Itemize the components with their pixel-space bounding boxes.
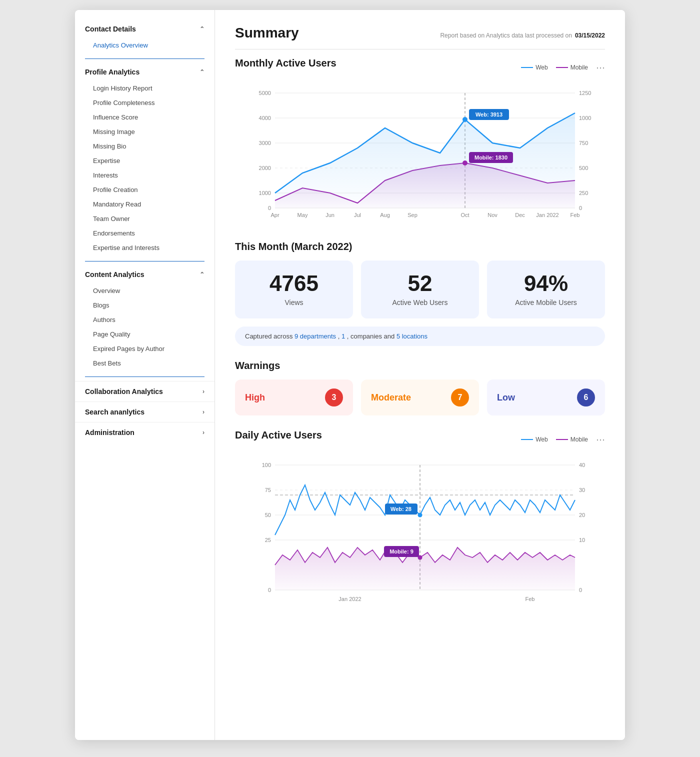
svg-text:3000: 3000 xyxy=(259,140,271,146)
sidebar-section-header-contact-details[interactable]: Contact Details ⌃ xyxy=(75,20,214,38)
svg-text:2000: 2000 xyxy=(259,165,271,171)
sidebar-item-page-quality[interactable]: Page Quality xyxy=(75,327,214,342)
sidebar-section-header-profile[interactable]: Profile Analytics ⌃ xyxy=(75,63,214,81)
svg-text:20: 20 xyxy=(579,512,585,518)
svg-text:Jun: Jun xyxy=(326,212,334,218)
svg-text:Sep: Sep xyxy=(408,212,418,218)
sidebar: Contact Details ⌃ Analytics Overview Pro… xyxy=(75,10,215,740)
this-month-title: This Month (March 2022) xyxy=(235,241,605,252)
captured-locations-link[interactable]: 5 locations xyxy=(396,332,428,340)
sidebar-section-header-content[interactable]: Content Analytics ⌃ xyxy=(75,266,214,284)
web-line-icon xyxy=(521,67,533,68)
legend-mobile: Mobile xyxy=(556,64,588,71)
svg-text:Nov: Nov xyxy=(488,212,498,218)
svg-text:Oct: Oct xyxy=(460,212,469,218)
sidebar-section-label: Administration xyxy=(85,428,134,436)
daily-chart-title: Daily Active Users xyxy=(235,430,322,441)
sidebar-item-best-bets[interactable]: Best Bets xyxy=(75,356,214,370)
monthly-chart-header: Monthly Active Users Web Mobile ⋯ xyxy=(235,58,605,77)
captured-sep1: , xyxy=(338,332,340,340)
chart-more-icon[interactable]: ⋯ xyxy=(596,62,605,73)
warning-label-low: Low xyxy=(497,392,515,403)
captured-departments-link[interactable]: 9 departments xyxy=(294,332,336,340)
svg-point-20 xyxy=(462,160,468,166)
this-month-section: This Month (March 2022) 4765 Views 52 Ac… xyxy=(235,241,605,346)
chart-more-icon[interactable]: ⋯ xyxy=(596,434,605,445)
sidebar-item-overview[interactable]: Overview xyxy=(75,284,214,298)
sidebar-item-endorsements[interactable]: Endorsements xyxy=(75,226,214,240)
sidebar-section-administration[interactable]: Administration › xyxy=(75,422,214,442)
warning-card-high[interactable]: High 3 xyxy=(235,380,353,416)
sidebar-item-analytics-overview[interactable]: Analytics Overview xyxy=(75,38,214,52)
sidebar-item-missing-image[interactable]: Missing Image xyxy=(75,124,214,139)
svg-text:250: 250 xyxy=(579,190,588,196)
sidebar-item-mandatory-read[interactable]: Mandatory Read xyxy=(75,197,214,212)
chevron-right-icon: › xyxy=(202,408,204,416)
daily-chart-legend: Web Mobile ⋯ xyxy=(521,434,605,445)
sidebar-item-expertise-interests[interactable]: Expertise and Interests xyxy=(75,240,214,255)
sidebar-item-profile-creation[interactable]: Profile Creation xyxy=(75,182,214,197)
warning-label-moderate: Moderate xyxy=(371,392,411,403)
svg-text:Jul: Jul xyxy=(354,212,361,218)
stat-label-web: Active Web Users xyxy=(371,298,469,306)
stats-row: 4765 Views 52 Active Web Users 94% Activ… xyxy=(235,260,605,318)
warning-label-high: High xyxy=(245,392,265,403)
svg-text:Dec: Dec xyxy=(515,212,525,218)
sidebar-item-expertise[interactable]: Expertise xyxy=(75,154,214,168)
sidebar-item-team-owner[interactable]: Team Owner xyxy=(75,212,214,226)
sidebar-item-login-history[interactable]: Login History Report xyxy=(75,81,214,96)
svg-text:500: 500 xyxy=(579,165,588,171)
svg-text:75: 75 xyxy=(265,487,271,493)
svg-text:40: 40 xyxy=(579,462,585,468)
warning-card-moderate[interactable]: Moderate 7 xyxy=(361,380,479,416)
chevron-right-icon: › xyxy=(202,429,204,436)
sidebar-item-influence-score[interactable]: Influence Score xyxy=(75,110,214,124)
svg-text:100: 100 xyxy=(262,462,271,468)
main-content: Summary Report based on Analytics data l… xyxy=(215,10,625,740)
svg-text:Web: 3913: Web: 3913 xyxy=(476,112,502,118)
sidebar-item-authors[interactable]: Authors xyxy=(75,312,214,327)
warning-card-low[interactable]: Low 6 xyxy=(487,380,605,416)
daily-chart-svg-wrapper: 100 75 50 25 0 40 30 20 10 0 xyxy=(235,455,605,617)
sidebar-section-items-contact: Analytics Overview xyxy=(75,38,214,56)
svg-text:50: 50 xyxy=(265,512,271,518)
sidebar-section-label: Collaboration Analytics xyxy=(85,388,163,396)
captured-companies-link[interactable]: 1 xyxy=(342,332,345,340)
captured-banner: Captured across 9 departments , 1 , comp… xyxy=(235,326,605,346)
monthly-chart-svg-wrapper: 5000 4000 3000 2000 1000 0 1250 1000 750… xyxy=(235,83,605,225)
sidebar-item-blogs[interactable]: Blogs xyxy=(75,298,214,312)
svg-text:25: 25 xyxy=(265,537,271,543)
page-title: Summary xyxy=(235,25,299,41)
chevron-down-icon: ⌃ xyxy=(200,26,204,32)
sidebar-section-label: Profile Analytics xyxy=(85,68,140,76)
sidebar-divider xyxy=(85,58,204,59)
legend-daily-web: Web xyxy=(521,436,548,443)
svg-text:0: 0 xyxy=(268,587,271,593)
legend-daily-mobile: Mobile xyxy=(556,436,588,443)
sidebar-section-search[interactable]: Search ananlytics › xyxy=(75,402,214,422)
daily-chart-svg: 100 75 50 25 0 40 30 20 10 0 xyxy=(235,455,605,615)
sidebar-section-profile-analytics: Profile Analytics ⌃ Login History Report… xyxy=(75,63,214,262)
warnings-title: Warnings xyxy=(235,360,605,372)
app-container: Contact Details ⌃ Analytics Overview Pro… xyxy=(75,10,625,740)
svg-text:0: 0 xyxy=(268,205,271,211)
sidebar-item-missing-bio[interactable]: Missing Bio xyxy=(75,139,214,154)
sidebar-section-content-analytics: Content Analytics ⌃ Overview Blogs Autho… xyxy=(75,266,214,377)
svg-text:Apr: Apr xyxy=(270,212,279,218)
svg-text:1000: 1000 xyxy=(259,190,271,196)
chevron-down-icon: ⌃ xyxy=(200,68,204,76)
sidebar-item-interests[interactable]: Interests xyxy=(75,168,214,182)
sidebar-item-profile-completeness[interactable]: Profile Completeness xyxy=(75,96,214,110)
svg-point-53 xyxy=(418,513,422,518)
sidebar-section-items-content: Overview Blogs Authors Page Quality Expi… xyxy=(75,284,214,374)
monthly-chart-container: Monthly Active Users Web Mobile ⋯ xyxy=(235,58,605,225)
sidebar-section-label: Search ananlytics xyxy=(85,408,144,416)
chevron-right-icon: › xyxy=(202,388,204,395)
sidebar-item-expired-pages[interactable]: Expired Pages by Author xyxy=(75,342,214,356)
sidebar-divider xyxy=(85,261,204,262)
page-header: Summary Report based on Analytics data l… xyxy=(235,25,605,50)
sidebar-section-collaboration[interactable]: Collaboration Analytics › xyxy=(75,381,214,402)
svg-text:Jan 2022: Jan 2022 xyxy=(338,596,361,602)
svg-text:0: 0 xyxy=(579,205,582,211)
stat-label-mobile: Active Mobile Users xyxy=(497,298,595,306)
